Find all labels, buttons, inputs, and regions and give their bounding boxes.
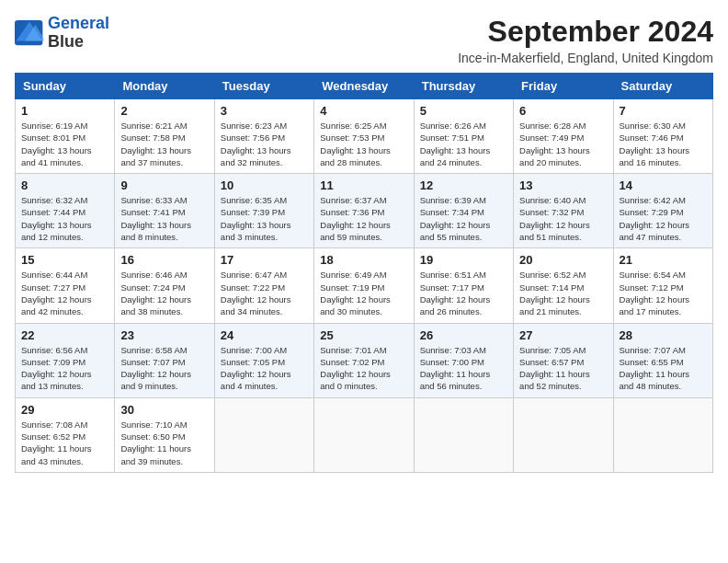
day-number: 5 [420,104,507,118]
day-number: 29 [21,403,108,417]
day-number: 14 [620,178,707,192]
day-info: Sunrise: 7:00 AM Sunset: 7:05 PM Dayligh… [221,344,308,393]
header: General Blue September 2024 Ince-in-Make… [15,15,713,65]
day-cell-6: 6Sunrise: 6:28 AM Sunset: 7:49 PM Daylig… [514,99,613,174]
day-info: Sunrise: 6:44 AM Sunset: 7:27 PM Dayligh… [21,269,108,317]
week-row-2: 8Sunrise: 6:32 AM Sunset: 7:44 PM Daylig… [16,174,713,248]
empty-cell [414,397,513,472]
day-number: 9 [120,178,208,192]
day-info: Sunrise: 6:47 AM Sunset: 7:22 PM Dayligh… [221,269,308,317]
day-cell-17: 17Sunrise: 6:47 AM Sunset: 7:22 PM Dayli… [214,248,313,323]
weekday-header-tuesday: Tuesday [214,74,313,99]
day-info: Sunrise: 6:21 AM Sunset: 7:58 PM Dayligh… [120,120,208,168]
day-info: Sunrise: 6:37 AM Sunset: 7:36 PM Dayligh… [320,194,407,243]
week-row-5: 29Sunrise: 7:08 AM Sunset: 6:52 PM Dayli… [16,397,713,472]
day-cell-26: 26Sunrise: 7:03 AM Sunset: 7:00 PM Dayli… [414,323,513,397]
logo-line2: Blue [48,33,109,52]
day-cell-21: 21Sunrise: 6:54 AM Sunset: 7:12 PM Dayli… [613,248,712,323]
week-row-3: 15Sunrise: 6:44 AM Sunset: 7:27 PM Dayli… [16,248,713,323]
day-cell-13: 13Sunrise: 6:40 AM Sunset: 7:32 PM Dayli… [514,174,613,248]
day-number: 23 [120,328,208,342]
day-cell-14: 14Sunrise: 6:42 AM Sunset: 7:29 PM Dayli… [613,174,712,248]
day-info: Sunrise: 6:19 AM Sunset: 8:01 PM Dayligh… [21,120,108,168]
day-number: 16 [120,253,208,267]
weekday-header-thursday: Thursday [414,74,513,99]
day-cell-28: 28Sunrise: 7:07 AM Sunset: 6:55 PM Dayli… [613,323,712,397]
day-cell-30: 30Sunrise: 7:10 AM Sunset: 6:50 PM Dayli… [115,397,214,472]
day-number: 26 [420,328,507,342]
day-number: 17 [221,253,308,267]
day-number: 11 [320,178,407,192]
day-info: Sunrise: 6:42 AM Sunset: 7:29 PM Dayligh… [620,194,707,243]
day-cell-11: 11Sunrise: 6:37 AM Sunset: 7:36 PM Dayli… [314,174,414,248]
weekday-header-wednesday: Wednesday [314,74,414,99]
day-info: Sunrise: 6:58 AM Sunset: 7:07 PM Dayligh… [120,344,208,393]
empty-cell [613,397,712,472]
day-number: 19 [420,253,507,267]
day-info: Sunrise: 6:28 AM Sunset: 7:49 PM Dayligh… [519,120,607,168]
day-number: 24 [221,328,308,342]
logo: General Blue [15,15,109,52]
day-cell-19: 19Sunrise: 6:51 AM Sunset: 7:17 PM Dayli… [414,248,513,323]
day-number: 6 [519,104,607,118]
day-cell-12: 12Sunrise: 6:39 AM Sunset: 7:34 PM Dayli… [414,174,513,248]
day-cell-23: 23Sunrise: 6:58 AM Sunset: 7:07 PM Dayli… [115,323,214,397]
logo-line1: General [48,15,109,33]
day-number: 12 [420,178,507,192]
day-cell-2: 2Sunrise: 6:21 AM Sunset: 7:58 PM Daylig… [115,99,214,174]
day-number: 4 [320,104,407,118]
day-number: 27 [519,328,607,342]
day-info: Sunrise: 7:10 AM Sunset: 6:50 PM Dayligh… [120,419,208,467]
day-number: 13 [519,178,607,192]
day-number: 30 [120,403,208,417]
day-cell-18: 18Sunrise: 6:49 AM Sunset: 7:19 PM Dayli… [314,248,414,323]
day-info: Sunrise: 6:35 AM Sunset: 7:39 PM Dayligh… [221,194,308,243]
weekday-header-saturday: Saturday [613,74,712,99]
day-cell-15: 15Sunrise: 6:44 AM Sunset: 7:27 PM Dayli… [16,248,115,323]
day-info: Sunrise: 7:08 AM Sunset: 6:52 PM Dayligh… [21,419,108,467]
day-cell-29: 29Sunrise: 7:08 AM Sunset: 6:52 PM Dayli… [16,397,115,472]
day-number: 7 [620,104,707,118]
weekday-header-monday: Monday [115,74,214,99]
day-info: Sunrise: 7:05 AM Sunset: 6:57 PM Dayligh… [519,344,607,393]
day-info: Sunrise: 6:26 AM Sunset: 7:51 PM Dayligh… [420,120,507,168]
day-cell-16: 16Sunrise: 6:46 AM Sunset: 7:24 PM Dayli… [115,248,214,323]
day-cell-1: 1Sunrise: 6:19 AM Sunset: 8:01 PM Daylig… [16,99,115,174]
day-info: Sunrise: 6:32 AM Sunset: 7:44 PM Dayligh… [21,194,108,243]
day-cell-22: 22Sunrise: 6:56 AM Sunset: 7:09 PM Dayli… [16,323,115,397]
empty-cell [314,397,414,472]
day-number: 3 [221,104,308,118]
day-number: 18 [320,253,407,267]
day-cell-9: 9Sunrise: 6:33 AM Sunset: 7:41 PM Daylig… [115,174,214,248]
day-info: Sunrise: 6:40 AM Sunset: 7:32 PM Dayligh… [519,194,607,243]
day-info: Sunrise: 6:30 AM Sunset: 7:46 PM Dayligh… [620,120,707,168]
day-info: Sunrise: 6:39 AM Sunset: 7:34 PM Dayligh… [420,194,507,243]
day-cell-25: 25Sunrise: 7:01 AM Sunset: 7:02 PM Dayli… [314,323,414,397]
day-number: 22 [21,328,108,342]
calendar-title: September 2024 [458,15,713,49]
day-info: Sunrise: 6:54 AM Sunset: 7:12 PM Dayligh… [620,269,707,317]
day-number: 2 [120,104,208,118]
day-info: Sunrise: 6:25 AM Sunset: 7:53 PM Dayligh… [320,120,407,168]
weekday-header-friday: Friday [514,74,613,99]
day-cell-27: 27Sunrise: 7:05 AM Sunset: 6:57 PM Dayli… [514,323,613,397]
day-info: Sunrise: 7:07 AM Sunset: 6:55 PM Dayligh… [620,344,707,393]
weekday-header-sunday: Sunday [16,74,115,99]
week-row-1: 1Sunrise: 6:19 AM Sunset: 8:01 PM Daylig… [16,99,713,174]
day-info: Sunrise: 7:03 AM Sunset: 7:00 PM Dayligh… [420,344,507,393]
day-info: Sunrise: 6:49 AM Sunset: 7:19 PM Dayligh… [320,269,407,317]
weekday-header-row: SundayMondayTuesdayWednesdayThursdayFrid… [16,74,713,99]
day-info: Sunrise: 7:01 AM Sunset: 7:02 PM Dayligh… [320,344,407,393]
day-number: 15 [21,253,108,267]
week-row-4: 22Sunrise: 6:56 AM Sunset: 7:09 PM Dayli… [16,323,713,397]
day-cell-5: 5Sunrise: 6:26 AM Sunset: 7:51 PM Daylig… [414,99,513,174]
empty-cell [214,397,313,472]
day-cell-3: 3Sunrise: 6:23 AM Sunset: 7:56 PM Daylig… [214,99,313,174]
calendar-subtitle: Ince-in-Makerfield, England, United King… [458,51,713,65]
day-info: Sunrise: 6:46 AM Sunset: 7:24 PM Dayligh… [120,269,208,317]
day-number: 20 [519,253,607,267]
day-cell-4: 4Sunrise: 6:25 AM Sunset: 7:53 PM Daylig… [314,99,414,174]
day-cell-10: 10Sunrise: 6:35 AM Sunset: 7:39 PM Dayli… [214,174,313,248]
logo-icon [15,20,44,46]
day-number: 25 [320,328,407,342]
